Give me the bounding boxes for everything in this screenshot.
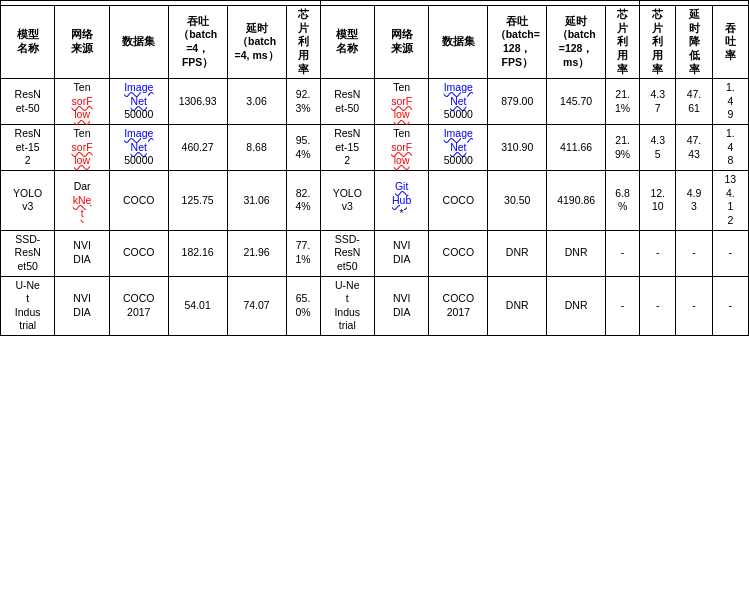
col-throughput-xavier: 吞吐（batch=128，FPS） — [488, 6, 547, 79]
table-cell: NVIDIA — [374, 276, 428, 336]
table-cell: 92.3% — [286, 79, 320, 125]
col-throughput-x3: 吞吐（batch=4，FPS） — [168, 6, 227, 79]
table-cell: 460.27 — [168, 125, 227, 171]
col-dataset: 数据集 — [109, 6, 168, 79]
table-cell: 310.90 — [488, 125, 547, 171]
table-cell: 47.43 — [676, 125, 712, 171]
table-cell: 21.96 — [227, 230, 286, 276]
table-cell: TensorFlow — [374, 79, 428, 125]
table-cell: SSD-ResNet50 — [320, 230, 374, 276]
table-cell: 77.1% — [286, 230, 320, 276]
table-cell: DNR — [547, 230, 606, 276]
col-throughput-ratio: 吞吐率 — [712, 6, 748, 79]
table-cell: 411.66 — [547, 125, 606, 171]
table-cell: COCO — [109, 171, 168, 231]
table-cell: 95.4% — [286, 125, 320, 171]
table-cell: 8.68 — [227, 125, 286, 171]
table-cell: TensorFlow — [374, 125, 428, 171]
table-cell: TensorFlow — [55, 125, 109, 171]
table-cell: COCO — [429, 230, 488, 276]
table-cell: 30.50 — [488, 171, 547, 231]
col-chip-util-ratio: 芯片利用率 — [640, 6, 676, 79]
table-cell: - — [676, 230, 712, 276]
col-network-source: 网络来源 — [55, 6, 109, 79]
table-cell: DNR — [488, 276, 547, 336]
table-cell: 4.93 — [676, 171, 712, 231]
table-cell: GitHub* — [374, 171, 428, 231]
table-cell: ImageNet50000 — [109, 79, 168, 125]
table-cell: ResNet-152 — [1, 125, 55, 171]
table-cell: COCO — [109, 230, 168, 276]
table-cell: 1.49 — [712, 79, 748, 125]
table-cell: 21.9% — [606, 125, 640, 171]
table-cell: NVIDIA — [55, 276, 109, 336]
table-row: ResNet-152TensorFlowImageNet50000460.278… — [1, 125, 749, 171]
table-row: ResNet-50TensorFlowImageNet500001306.933… — [1, 79, 749, 125]
table-cell: 82.4% — [286, 171, 320, 231]
table-cell: NVIDIA — [374, 230, 428, 276]
table-cell: COCO2017 — [429, 276, 488, 336]
table-cell: 47.61 — [676, 79, 712, 125]
col-model-name: 模型名称 — [1, 6, 55, 79]
table-cell: 65.0% — [286, 276, 320, 336]
table-cell: COCO2017 — [109, 276, 168, 336]
table-cell: - — [606, 230, 640, 276]
table-cell: 4.35 — [640, 125, 676, 171]
table-cell: DNR — [547, 276, 606, 336]
table-cell: 1.48 — [712, 125, 748, 171]
table-row: SSD-ResNet50NVIDIACOCO182.1621.9677.1%SS… — [1, 230, 749, 276]
table-cell: YOLOv3 — [320, 171, 374, 231]
table-cell: ResNet-50 — [1, 79, 55, 125]
col-dataset2: 数据集 — [429, 6, 488, 79]
table-row: U-NetIndustrialNVIDIACOCO201754.0174.076… — [1, 276, 749, 336]
table-cell: - — [606, 276, 640, 336]
col-latency-x3: 延时（batch=4, ms） — [227, 6, 286, 79]
table-cell: 74.07 — [227, 276, 286, 336]
table-cell: 31.06 — [227, 171, 286, 231]
table-cell: 145.70 — [547, 79, 606, 125]
table-cell: - — [712, 276, 748, 336]
table-cell: 3.06 — [227, 79, 286, 125]
table-cell: 879.00 — [488, 79, 547, 125]
table-cell: 182.16 — [168, 230, 227, 276]
table-cell: - — [640, 276, 676, 336]
table-cell: - — [676, 276, 712, 336]
col-network-source2: 网络来源 — [374, 6, 428, 79]
col-latency-ratio: 延时降低率 — [676, 6, 712, 79]
col-chip-util-xavier: 芯片利用率 — [606, 6, 640, 79]
table-cell: DNR — [488, 230, 547, 276]
col-chip-util-x3: 芯片利用率 — [286, 6, 320, 79]
col-latency-xavier: 延时（batch=128，ms） — [547, 6, 606, 79]
table-cell: TensorFlow — [55, 79, 109, 125]
table-cell: NVIDIA — [55, 230, 109, 276]
table-cell: 21.1% — [606, 79, 640, 125]
table-cell: 12.10 — [640, 171, 676, 231]
table-cell: - — [712, 230, 748, 276]
table-cell: YOLOv3 — [1, 171, 55, 231]
comparison-table: 模型名称 网络来源 数据集 吞吐（batch=4，FPS） 延时（batch=4… — [0, 0, 749, 336]
table-cell: - — [640, 230, 676, 276]
table-cell: 4.37 — [640, 79, 676, 125]
table-cell: U-NetIndustrial — [1, 276, 55, 336]
table-cell: DarkNet — [55, 171, 109, 231]
table-cell: ImageNet50000 — [429, 79, 488, 125]
table-cell: SSD-ResNet50 — [1, 230, 55, 276]
table-cell: 1306.93 — [168, 79, 227, 125]
col-model-name2: 模型名称 — [320, 6, 374, 79]
table-cell: 125.75 — [168, 171, 227, 231]
table-cell: 4190.86 — [547, 171, 606, 231]
main-table-wrapper: 模型名称 网络来源 数据集 吞吐（batch=4，FPS） 延时（batch=4… — [0, 0, 749, 336]
table-cell: ResNet-152 — [320, 125, 374, 171]
table-cell: ImageNet50000 — [109, 125, 168, 171]
table-cell: 54.01 — [168, 276, 227, 336]
table-cell: ImageNet50000 — [429, 125, 488, 171]
table-cell: U-NetIndustrial — [320, 276, 374, 336]
table-row: YOLOv3DarkNetCOCO125.7531.0682.4%YOLOv3G… — [1, 171, 749, 231]
table-cell: COCO — [429, 171, 488, 231]
table-cell: 6.8% — [606, 171, 640, 231]
table-cell: 134.12 — [712, 171, 748, 231]
table-cell: ResNet-50 — [320, 79, 374, 125]
